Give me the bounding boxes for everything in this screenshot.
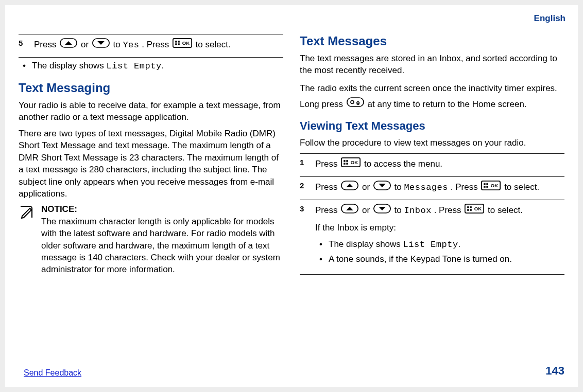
notice-content: NOTICE: The maximum character length is …: [41, 204, 283, 280]
text: . Press: [142, 40, 172, 49]
text: to: [113, 40, 123, 49]
text: Press: [315, 159, 340, 169]
text: .: [458, 239, 461, 249]
text: to: [395, 205, 404, 215]
text: Press: [315, 182, 340, 192]
ok-key-icon: [173, 38, 192, 52]
up-arrow-key-icon: [60, 38, 77, 52]
page-number: 143: [545, 364, 564, 378]
section-heading: Text Messages: [300, 34, 564, 48]
step-body: Press to access the menu.: [315, 157, 564, 171]
step-number: 5: [19, 38, 27, 52]
notice-icon: [19, 204, 34, 280]
step-line: Press or to Inbox . Press to select.: [315, 203, 564, 218]
text: or: [81, 40, 91, 49]
rule: [19, 57, 283, 58]
step-body: Press or to Messages . Press to select.: [315, 180, 564, 194]
step-body: Press or to Yes . Press to select.: [34, 38, 283, 52]
paragraph: The text messages are stored in an Inbox…: [300, 52, 564, 77]
section-heading: Text Messaging: [19, 81, 283, 95]
bullet-list: The display shows List Empty. A tone sou…: [315, 238, 564, 265]
ok-key-icon: [341, 157, 361, 171]
text: to select.: [196, 40, 231, 49]
step-body: Press or to Inbox . Press to select. If …: [315, 203, 564, 269]
sub-paragraph: If the Inbox is empty:: [315, 222, 564, 234]
step-2: 2 Press or to Messages . Press to select…: [300, 177, 564, 200]
text: Press: [315, 205, 340, 215]
down-arrow-key-icon: [373, 204, 391, 218]
text: Press: [34, 40, 59, 49]
notice-title: NOTICE:: [41, 204, 283, 215]
page-footer: Send Feedback 143: [24, 364, 564, 378]
step-1: 1 Press to access the menu.: [300, 154, 564, 176]
subsection-heading: Viewing Text Messages: [300, 119, 564, 133]
ok-key-icon: [465, 204, 484, 218]
text: at any time to return to the Home screen…: [368, 99, 527, 109]
code-text: Yes: [123, 40, 139, 50]
text: to select.: [504, 182, 539, 192]
step-number: 2: [300, 180, 308, 194]
text: to access the menu.: [364, 159, 442, 169]
page: English 5 Press or to Yes . Press to sel…: [5, 5, 578, 387]
text: or: [362, 182, 372, 192]
up-arrow-key-icon: [341, 204, 358, 218]
text: .: [162, 61, 164, 70]
step-number: 3: [300, 203, 308, 269]
text: to: [395, 182, 404, 192]
up-arrow-key-icon: [341, 181, 358, 194]
list-item: A tone sounds, if the Keypad Tone is tur…: [317, 253, 564, 265]
down-arrow-key-icon: [373, 181, 391, 194]
text: The display shows: [32, 61, 107, 70]
code-text: Inbox: [404, 206, 432, 216]
paragraph: The radio exits the current screen once …: [300, 81, 564, 112]
ok-key-icon: [481, 181, 501, 194]
notice-block: NOTICE: The maximum character length is …: [19, 204, 283, 280]
right-column: Text Messages The text messages are stor…: [300, 34, 564, 280]
paragraph: There are two types of text messages, Di…: [19, 128, 283, 200]
text: . Press: [434, 205, 464, 215]
paragraph: Follow the procedure to view text messag…: [300, 137, 564, 149]
step-3: 3 Press or to Inbox . Press to select. I…: [300, 200, 564, 274]
code-text: List Empty: [107, 61, 162, 71]
text: to select.: [488, 205, 523, 215]
list-item: The display shows List Empty.: [317, 238, 564, 251]
send-feedback-link[interactable]: Send Feedback: [24, 368, 81, 378]
rule: [300, 274, 564, 275]
home-key-icon: [347, 97, 364, 113]
paragraph: Your radio is able to receive data, for …: [19, 99, 283, 123]
bullet-list: The display shows List Empty.: [19, 60, 283, 73]
text: . Press: [451, 182, 481, 192]
code-text: Messages: [404, 183, 448, 192]
step-number: 1: [300, 157, 308, 171]
list-item: The display shows List Empty.: [21, 60, 283, 73]
text: The display shows: [329, 239, 403, 249]
left-column: 5 Press or to Yes . Press to select. The: [19, 34, 283, 280]
text: or: [362, 205, 372, 215]
down-arrow-key-icon: [92, 38, 110, 52]
notice-body: The maximum character length is only app…: [41, 216, 283, 276]
step-5: 5 Press or to Yes . Press to select.: [19, 34, 283, 57]
code-text: List Empty: [403, 240, 458, 250]
content-columns: 5 Press or to Yes . Press to select. The: [5, 15, 578, 280]
language-label: English: [534, 13, 565, 24]
